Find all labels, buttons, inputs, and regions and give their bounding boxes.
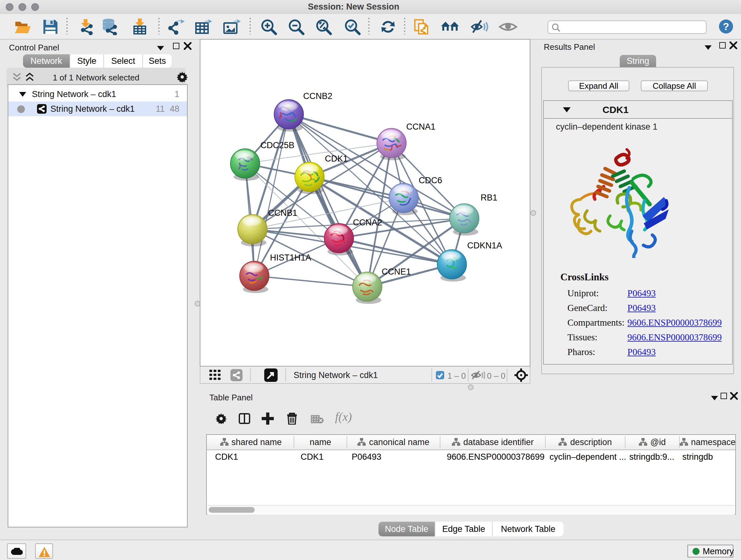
svg-text:CCNB2: CCNB2 — [303, 91, 333, 101]
svg-text:CCNA2: CCNA2 — [353, 218, 382, 227]
svg-text:CDK1: CDK1 — [325, 154, 348, 164]
svg-text:CCNA1: CCNA1 — [406, 122, 435, 132]
svg-text:HIST1H1A: HIST1H1A — [270, 253, 311, 262]
svg-text:CDKN1A: CDKN1A — [467, 241, 502, 250]
svg-text:CCNB1: CCNB1 — [268, 208, 297, 218]
svg-text:RB1: RB1 — [481, 193, 497, 202]
svg-text:CCNE1: CCNE1 — [382, 267, 411, 276]
svg-text:?: ? — [723, 21, 729, 32]
svg-text:CDC25B: CDC25B — [260, 140, 294, 150]
svg-text:CDC6: CDC6 — [419, 176, 442, 185]
